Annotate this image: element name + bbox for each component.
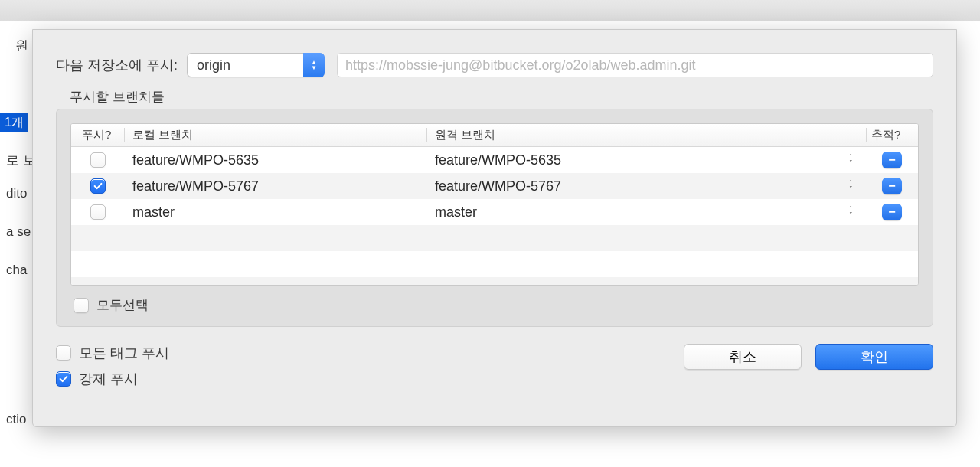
table-row[interactable]: master master ˄˅ − xyxy=(71,199,918,225)
table-row[interactable]: feature/WMPO-5767 feature/WMPO-5767 ˄˅ − xyxy=(71,173,918,199)
bg-text: dito xyxy=(6,186,27,201)
track-toggle[interactable]: − xyxy=(882,152,902,168)
push-to-label: 다음 저장소에 푸시: xyxy=(56,56,178,74)
push-checkbox[interactable] xyxy=(90,152,106,168)
local-branch-cell: feature/WMPO-5635 xyxy=(125,152,427,168)
bg-text: ctio xyxy=(6,412,26,427)
push-dialog: 다음 저장소에 푸시: origin ▲▼ https://mobssie-ju… xyxy=(32,29,957,427)
header-remote[interactable]: 원격 브랜치 xyxy=(427,128,835,142)
push-all-tags-checkbox[interactable] xyxy=(56,345,71,361)
remote-branch-cell[interactable]: master xyxy=(427,204,835,220)
header-local[interactable]: 로컬 브랜치 xyxy=(125,128,427,142)
branches-section-label: 푸시할 브랜치들 xyxy=(70,88,933,106)
table-row[interactable]: feature/WMPO-5635 feature/WMPO-5635 ˄˅ − xyxy=(71,147,918,173)
bg-text: cha xyxy=(6,263,27,278)
header-track[interactable]: 추적? xyxy=(866,128,918,142)
remote-url-field[interactable]: https://mobssie-jung@bitbucket.org/o2ola… xyxy=(337,53,933,77)
force-push-label: 강제 푸시 xyxy=(79,370,138,388)
remote-branch-cell[interactable]: feature/WMPO-5767 xyxy=(427,178,835,194)
ok-button[interactable]: 확인 xyxy=(815,344,933,370)
table-body: feature/WMPO-5635 feature/WMPO-5635 ˄˅ −… xyxy=(71,147,918,285)
bg-text: 원 xyxy=(15,37,28,54)
select-all-checkbox[interactable] xyxy=(74,298,89,313)
branches-panel: 푸시? 로컬 브랜치 원격 브랜치 추적? feature/WMPO-5635 … xyxy=(56,109,933,327)
cancel-button[interactable]: 취소 xyxy=(684,344,802,370)
header-push[interactable]: 푸시? xyxy=(71,128,125,142)
stepper-icon[interactable]: ˄˅ xyxy=(835,180,866,192)
push-all-tags-label: 모든 태그 푸시 xyxy=(79,344,169,362)
local-branch-cell: master xyxy=(125,204,427,220)
force-push-checkbox[interactable] xyxy=(56,371,71,387)
bg-text: 로 보 xyxy=(6,152,36,169)
push-checkbox[interactable] xyxy=(90,178,106,194)
local-branch-cell: feature/WMPO-5767 xyxy=(125,178,427,194)
chevron-updown-icon: ▲▼ xyxy=(303,53,325,77)
remote-branch-cell[interactable]: feature/WMPO-5635 xyxy=(427,152,835,168)
select-all-label: 모두선택 xyxy=(96,296,149,314)
window-titlebar xyxy=(0,0,980,21)
bg-badge: 1개 xyxy=(0,113,28,132)
bg-text: a se xyxy=(6,224,31,240)
remote-select[interactable]: origin ▲▼ xyxy=(187,53,325,77)
track-toggle[interactable]: − xyxy=(882,178,902,194)
push-checkbox[interactable] xyxy=(90,204,106,220)
branches-table: 푸시? 로컬 브랜치 원격 브랜치 추적? feature/WMPO-5635 … xyxy=(70,123,919,286)
table-header: 푸시? 로컬 브랜치 원격 브랜치 추적? xyxy=(71,124,918,147)
track-toggle[interactable]: − xyxy=(882,204,902,220)
stepper-icon[interactable]: ˄˅ xyxy=(835,154,866,166)
stepper-icon[interactable]: ˄˅ xyxy=(835,206,866,218)
